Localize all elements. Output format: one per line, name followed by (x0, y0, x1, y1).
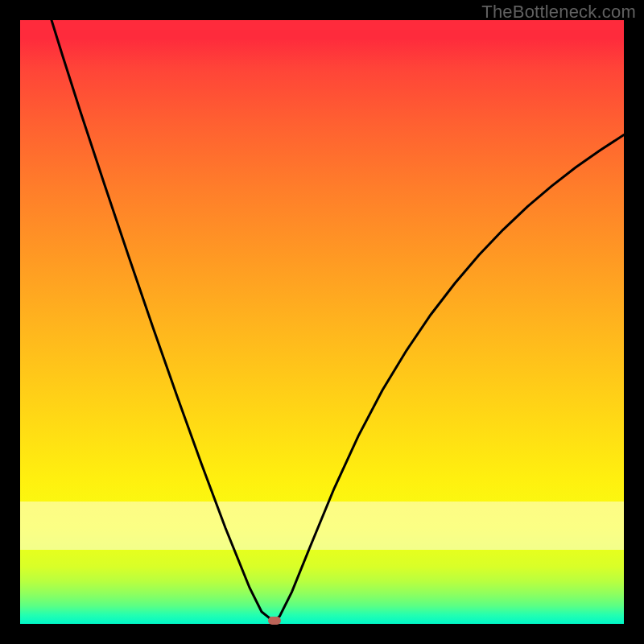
chart-frame: TheBottleneck.com (0, 0, 644, 644)
minimum-marker (268, 617, 281, 625)
watermark-text: TheBottleneck.com (481, 2, 636, 23)
plot-area (20, 20, 624, 624)
